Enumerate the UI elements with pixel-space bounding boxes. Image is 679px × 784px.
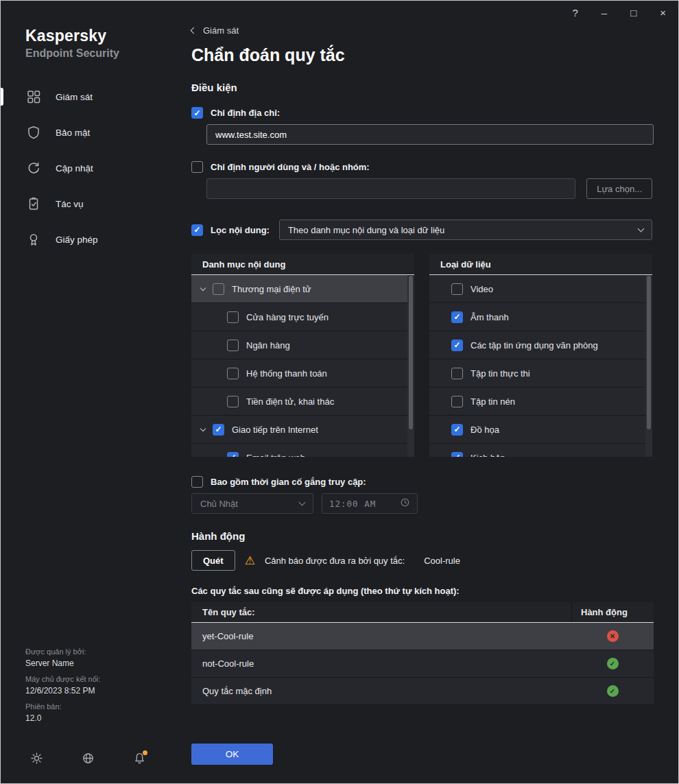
- category-label: Tiền điện tử, khai thác: [246, 396, 334, 407]
- datatype-checkbox[interactable]: [451, 340, 463, 351]
- select-users-button[interactable]: Lựa chọn...: [586, 178, 652, 199]
- users-condition-row: Chỉ định người dùng và / hoặc nhóm:: [191, 161, 652, 173]
- clock-icon: [400, 497, 410, 510]
- time-controls-row: Chủ Nhật 12:00 AM: [191, 493, 652, 514]
- rules-table-header: Tên quy tắc: Hành động: [191, 602, 654, 623]
- category-label: Cửa hàng trực tuyến: [246, 312, 329, 322]
- datatypes-header: Loại dữ liệu: [429, 254, 652, 275]
- category-row[interactable]: Cửa hàng trực tuyến: [191, 303, 414, 331]
- categories-scrollbar[interactable]: [407, 275, 414, 457]
- users-input-row: Lựa chọn...: [206, 178, 652, 199]
- datatypes-scrollbar[interactable]: [645, 275, 652, 457]
- datatype-label: Các tập tin ứng dụng văn phòng: [470, 340, 598, 351]
- category-row[interactable]: Ngân hàng: [191, 331, 414, 359]
- close-button[interactable]: ×: [660, 8, 666, 18]
- rule-row[interactable]: Quy tắc mặc định: [191, 678, 654, 705]
- datatype-checkbox[interactable]: [451, 452, 463, 458]
- rules-caption: Các quy tắc sau cũng sẽ được áp dụng (th…: [191, 586, 652, 596]
- rule-name: not-Cool-rule: [191, 650, 571, 677]
- chevron-down-icon: [299, 499, 306, 506]
- address-checkbox[interactable]: [191, 107, 203, 119]
- content-filter-select[interactable]: Theo danh mục nội dung và loại dữ liệu: [279, 219, 652, 240]
- address-label: Chỉ định địa chỉ:: [211, 108, 280, 118]
- brand-name: Kaspersky: [25, 27, 179, 45]
- version-value: 12.0: [25, 713, 172, 723]
- conditions-heading: Điều kiện: [191, 82, 652, 93]
- minimize-button[interactable]: –: [601, 8, 607, 18]
- ok-button[interactable]: OK: [191, 744, 273, 765]
- category-checkbox[interactable]: [213, 424, 224, 436]
- sidebar-item-security[interactable]: Bảo mật: [1, 115, 179, 150]
- column-action: Hành động: [571, 602, 654, 622]
- maximize-button[interactable]: □: [630, 8, 636, 18]
- time-input[interactable]: 12:00 AM: [322, 493, 418, 514]
- sidebar-item-update[interactable]: Cập nhật: [1, 150, 179, 186]
- expand-icon[interactable]: [200, 425, 206, 431]
- datatype-row[interactable]: Kịch bản: [429, 444, 652, 457]
- shield-icon: [27, 126, 40, 139]
- datatype-checkbox[interactable]: [451, 396, 463, 407]
- datatype-checkbox[interactable]: [451, 283, 463, 295]
- categories-header: Danh mục nội dung: [191, 254, 414, 275]
- brand: Kaspersky Endpoint Security: [1, 1, 179, 60]
- help-button[interactable]: ?: [572, 8, 577, 18]
- address-input[interactable]: [206, 124, 654, 145]
- scrollbar-thumb[interactable]: [647, 276, 651, 429]
- sidebar-item-tasks[interactable]: Tác vụ: [1, 186, 179, 222]
- sidebar-item-license[interactable]: Giấy phép: [1, 222, 179, 257]
- sidebar-item-monitoring[interactable]: Giám sát: [1, 79, 179, 115]
- category-row[interactable]: Thương mại điện tử: [191, 275, 414, 303]
- rule-row[interactable]: yet-Cool-rule: [191, 623, 654, 650]
- main-content: Giám sát Chẩn đoán quy tắc Điều kiện Chỉ…: [179, 1, 678, 783]
- sidebar-item-label: Bảo mật: [56, 128, 90, 138]
- scan-button[interactable]: Quét: [191, 550, 235, 571]
- datatype-row[interactable]: Âm thanh: [429, 303, 652, 331]
- users-checkbox[interactable]: [191, 161, 203, 173]
- category-row[interactable]: Tiền điện tử, khai thác: [191, 388, 414, 416]
- category-checkbox[interactable]: [227, 368, 239, 379]
- datatype-checkbox[interactable]: [451, 424, 463, 436]
- datatype-row[interactable]: Đồ họa: [429, 416, 652, 444]
- settings-button[interactable]: [29, 752, 43, 765]
- scrollbar-thumb[interactable]: [409, 276, 413, 429]
- warning-icon: [245, 555, 255, 567]
- users-input[interactable]: [206, 178, 575, 199]
- rule-name: yet-Cool-rule: [191, 623, 571, 650]
- datatype-row[interactable]: Các tập tin ứng dụng văn phòng: [429, 331, 652, 359]
- managed-by-label: Được quản lý bởi:: [25, 648, 172, 656]
- content-filter-checkbox[interactable]: [191, 224, 203, 236]
- network-button[interactable]: [81, 752, 95, 765]
- back-label: Giám sát: [203, 25, 239, 36]
- content-filter-label: Lọc nội dung:: [211, 225, 270, 235]
- allow-status-icon: [607, 685, 619, 697]
- category-checkbox[interactable]: [227, 340, 239, 351]
- datatype-checkbox[interactable]: [451, 311, 463, 323]
- time-filter-checkbox[interactable]: [191, 476, 203, 488]
- rule-row[interactable]: not-Cool-rule: [191, 650, 654, 678]
- expand-icon[interactable]: [200, 285, 206, 290]
- notifications-button[interactable]: [132, 752, 146, 765]
- warning-rule-name: Cool-rule: [424, 556, 460, 566]
- globe-icon: [82, 757, 95, 767]
- category-row[interactable]: Giao tiếp trên Internet: [191, 416, 414, 444]
- category-row[interactable]: Hệ thống thanh toán: [191, 359, 414, 388]
- category-checkbox[interactable]: [213, 283, 224, 295]
- categories-list: Thương mại điện tử Cửa hàng trực tuyến N…: [191, 275, 414, 457]
- datatype-checkbox[interactable]: [451, 368, 463, 379]
- sidebar-footer: Được quản lý bởi: Server Name Máy chủ đư…: [25, 641, 172, 723]
- datatype-label: Đồ họa: [470, 425, 499, 435]
- category-checkbox[interactable]: [227, 452, 239, 458]
- back-link[interactable]: Giám sát: [191, 25, 239, 36]
- datatype-row[interactable]: Tập tin nén: [429, 388, 652, 416]
- category-checkbox[interactable]: [227, 396, 239, 407]
- time-filter-label: Bao gồm thời gian cố gắng truy cập:: [211, 477, 366, 487]
- day-select[interactable]: Chủ Nhật: [191, 493, 313, 514]
- category-checkbox[interactable]: [227, 311, 239, 323]
- datatype-row[interactable]: Video: [429, 275, 652, 303]
- action-row: Quét Cảnh báo được đưa ra bởi quy tắc: C…: [191, 550, 652, 571]
- datatype-row[interactable]: Tập tin thực thi: [429, 359, 652, 388]
- version-label: Phiên bản:: [25, 702, 172, 711]
- time-value: 12:00 AM: [329, 499, 376, 509]
- filter-panels: Danh mục nội dung Thương mại điện tử Cửa…: [191, 254, 652, 457]
- category-row[interactable]: Email trên web: [191, 444, 414, 457]
